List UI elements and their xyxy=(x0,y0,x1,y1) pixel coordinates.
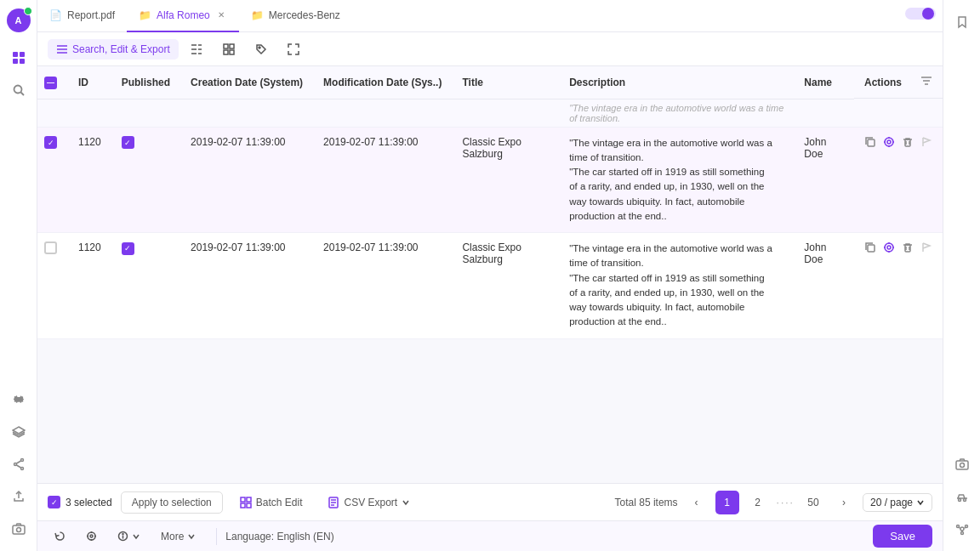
table-area: — ID Published Creation Date (System) Mo… xyxy=(37,66,943,483)
svg-point-14 xyxy=(16,528,20,532)
svg-rect-34 xyxy=(868,139,875,146)
bottom-select-all-cb[interactable]: ✓ xyxy=(48,496,60,508)
right-camera-icon[interactable] xyxy=(949,451,976,478)
tab-alfa-close[interactable]: ✕ xyxy=(215,9,227,21)
row1-id: 1120 xyxy=(68,127,111,233)
toolbar: Search, Edit & Export xyxy=(37,32,943,66)
apply-to-selection-btn[interactable]: Apply to selection xyxy=(121,491,223,514)
tab-report-label: Report.pdf xyxy=(67,9,115,21)
right-car-icon[interactable] xyxy=(949,483,976,510)
total-items-text: Total 85 items xyxy=(615,497,678,508)
sidebar-icon-camera[interactable] xyxy=(5,515,32,542)
row1-target-icon[interactable] xyxy=(883,136,895,151)
svg-rect-73 xyxy=(956,461,968,469)
page-50-btn[interactable]: 50 xyxy=(801,491,825,514)
row2-name: John Doe xyxy=(794,233,854,339)
page-dots: ···· xyxy=(777,497,795,508)
th-creation-date: Creation Date (System) xyxy=(180,66,313,99)
svg-rect-29 xyxy=(230,50,234,54)
svg-line-5 xyxy=(20,93,24,96)
sidebar-icon-layers[interactable] xyxy=(5,418,32,446)
th-modification-date: Modification Date (Sys..) xyxy=(313,66,452,99)
th-checkbox[interactable]: — xyxy=(37,66,68,99)
th-id: ID xyxy=(68,66,111,99)
row1-name: John Doe xyxy=(794,127,854,233)
mercedes-tab-icon: 📁 xyxy=(251,9,264,21)
header-checkbox[interactable]: — xyxy=(44,77,57,89)
per-page-select[interactable]: 20 / page xyxy=(863,493,932,512)
row2-delete-icon[interactable] xyxy=(902,241,914,256)
top-right-controls xyxy=(905,6,943,26)
csv-export-btn[interactable]: CSV Export xyxy=(319,492,419,513)
row1-copy-icon[interactable] xyxy=(864,136,876,151)
save-btn[interactable]: Save xyxy=(873,525,932,548)
row2-copy-icon[interactable] xyxy=(864,241,876,256)
prev-page-btn[interactable]: ‹ xyxy=(685,491,709,514)
row1-title: Classic Expo Salzburg xyxy=(452,127,559,233)
page-1-btn[interactable]: 1 xyxy=(715,491,739,514)
sidebar-icon-search[interactable] xyxy=(5,77,32,104)
data-table: — ID Published Creation Date (System) Mo… xyxy=(37,66,943,339)
svg-line-11 xyxy=(16,465,20,468)
avatar[interactable]: A xyxy=(7,9,31,32)
row2-published-cb[interactable]: ✓ xyxy=(122,242,134,255)
sidebar-icon-settings[interactable] xyxy=(5,386,32,413)
svg-point-9 xyxy=(20,468,23,470)
page-2-btn[interactable]: 2 xyxy=(746,491,770,514)
csv-export-label: CSV Export xyxy=(344,497,397,508)
svg-rect-58 xyxy=(241,503,245,508)
toolbar-btn-expand[interactable] xyxy=(279,39,308,60)
row2-checkbox-cell[interactable] xyxy=(37,233,68,339)
toolbar-btn-3[interactable] xyxy=(214,39,243,60)
svg-point-46 xyxy=(885,243,893,252)
svg-rect-0 xyxy=(13,52,18,57)
tab-report[interactable]: 📄 Report.pdf xyxy=(37,0,127,32)
row1-checkbox-cell[interactable]: ✓ xyxy=(37,127,68,233)
row2-published[interactable]: ✓ xyxy=(111,233,180,339)
th-name: Name xyxy=(794,66,854,99)
row1-delete-icon[interactable] xyxy=(902,136,914,151)
batch-edit-btn[interactable]: Batch Edit xyxy=(231,492,311,513)
right-network-icon[interactable] xyxy=(949,515,976,542)
tab-alfa-label: Alfa Romeo xyxy=(157,9,210,21)
row2-title: Classic Expo Salzburg xyxy=(452,233,559,339)
target-btn[interactable] xyxy=(79,528,104,544)
toggle-icon[interactable] xyxy=(905,6,936,26)
sidebar-icon-upload[interactable] xyxy=(5,483,32,510)
row2-checkbox[interactable] xyxy=(44,241,57,254)
right-bookmark-icon[interactable] xyxy=(949,9,976,36)
svg-rect-59 xyxy=(247,503,251,508)
info-btn[interactable] xyxy=(111,528,147,544)
sidebar-icon-share[interactable] xyxy=(5,451,32,478)
bottom-tools: More Language: English (EN) Save xyxy=(37,520,943,551)
refresh-btn[interactable] xyxy=(48,528,72,544)
svg-point-36 xyxy=(887,140,891,144)
tab-mercedes[interactable]: 📁 Mercedes-Benz xyxy=(239,0,352,32)
svg-rect-57 xyxy=(247,497,251,502)
sidebar-icon-grid[interactable] xyxy=(5,44,32,71)
row2-creation-date: 2019-02-07 11:39:00 xyxy=(180,233,313,339)
svg-point-4 xyxy=(14,86,21,94)
actions-filter-icon[interactable] xyxy=(920,75,932,89)
more-btn[interactable]: More xyxy=(154,528,202,545)
row1-flag-icon[interactable] xyxy=(920,136,932,151)
toolbar-btn-2[interactable] xyxy=(182,39,211,60)
tab-alfa-romeo[interactable]: 📁 Alfa Romeo ✕ xyxy=(127,0,239,32)
row2-actions xyxy=(854,233,943,339)
search-edit-export-btn[interactable]: Search, Edit & Export xyxy=(48,39,179,60)
svg-point-80 xyxy=(960,532,963,535)
row2-target-icon[interactable] xyxy=(883,241,895,256)
svg-line-82 xyxy=(964,527,966,528)
svg-point-75 xyxy=(958,499,960,502)
svg-rect-13 xyxy=(13,525,25,534)
row2-flag-icon[interactable] xyxy=(920,241,932,256)
avatar-online-badge xyxy=(24,7,32,15)
row1-checkbox[interactable]: ✓ xyxy=(44,136,57,149)
row1-published-cb[interactable]: ✓ xyxy=(122,136,134,149)
svg-point-76 xyxy=(963,499,966,502)
toolbar-btn-tag[interactable] xyxy=(247,39,276,60)
row1-published[interactable]: ✓ xyxy=(111,127,180,233)
svg-rect-45 xyxy=(868,245,875,252)
right-sidebar xyxy=(943,0,980,551)
next-page-btn[interactable]: › xyxy=(832,491,856,514)
